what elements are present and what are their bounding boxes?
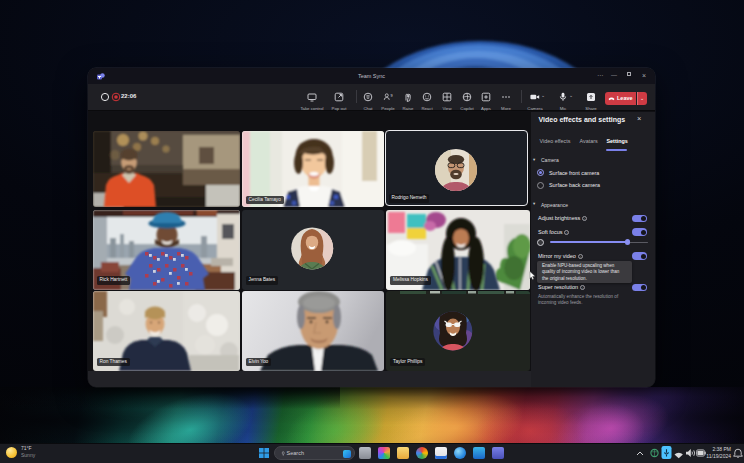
svg-text:9: 9 <box>391 94 393 98</box>
